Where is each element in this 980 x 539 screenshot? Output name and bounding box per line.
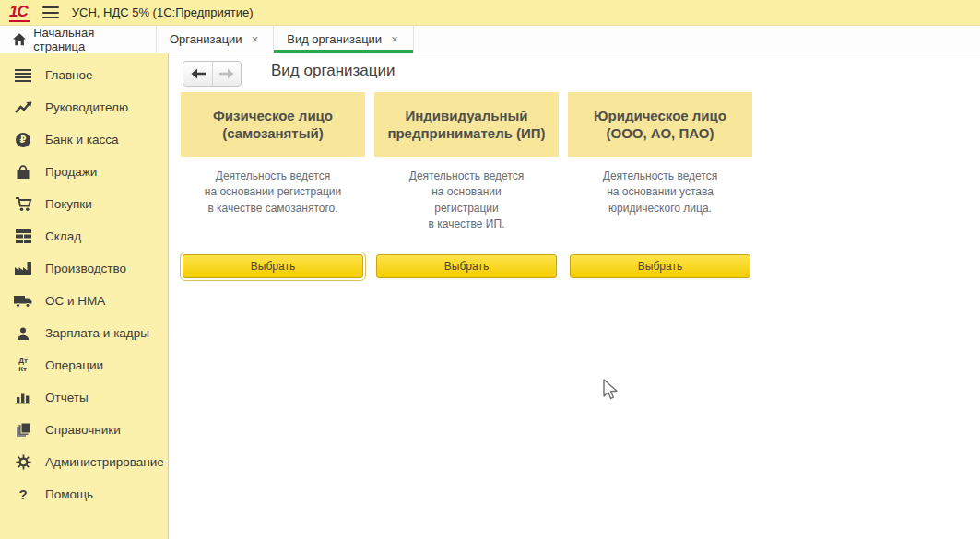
- tab-label: Организации: [170, 32, 242, 46]
- card-legal-entity: Юридическое лицо (ООО, АО, ПАО) Деятельн…: [568, 92, 752, 278]
- sidebar-item-pokupki[interactable]: Покупки: [0, 188, 168, 220]
- close-icon[interactable]: ×: [389, 31, 400, 47]
- sidebar-item-label: Склад: [45, 229, 81, 243]
- organization-kind-cards: Физическое лицо (самозанятый) Деятельнос…: [181, 92, 752, 278]
- close-icon[interactable]: ×: [250, 31, 261, 47]
- sidebar-item-otchety[interactable]: Отчеты: [0, 381, 168, 414]
- factory-icon: [13, 260, 33, 278]
- sidebar-item-label: Производство: [45, 262, 126, 275]
- sidebar-item-label: Администрирование: [45, 455, 164, 469]
- sidebar-item-spravochniki[interactable]: Справочники: [0, 414, 168, 446]
- back-button[interactable]: [183, 62, 212, 86]
- tab-bar: Начальная страница Организации × Вид орг…: [0, 26, 980, 53]
- shopping-bag-icon: [13, 163, 33, 182]
- arrow-left-icon: [191, 68, 206, 79]
- card-individual-self-employed: Физическое лицо (самозанятый) Деятельнос…: [181, 92, 365, 278]
- 1c-logo: 1С: [9, 3, 30, 22]
- sidebar-item-label: Справочники: [45, 423, 121, 437]
- sidebar-item-operacii[interactable]: Дт Кт Операции: [0, 349, 168, 381]
- books-icon: [13, 421, 33, 439]
- sidebar-item-label: Главное: [45, 68, 93, 82]
- ruble-circle-icon: ₽: [13, 131, 33, 149]
- hamburger-menu-icon[interactable]: [42, 6, 59, 18]
- sidebar-item-zarplata-i-kadry[interactable]: Зарплата и кадры: [0, 317, 168, 349]
- card-description: Деятельность ведется на основании регист…: [181, 169, 365, 254]
- sidebar-item-label: Зарплата и кадры: [45, 326, 149, 340]
- sidebar-item-label: Помощь: [45, 487, 93, 501]
- warehouse-grid-icon: [13, 228, 33, 246]
- card-title: Физическое лицо (самозанятый): [181, 92, 365, 157]
- sidebar-item-label: Отчеты: [45, 391, 89, 404]
- home-icon: [13, 33, 26, 46]
- tab-label: Начальная страница: [33, 26, 143, 53]
- dt-kt-icon: Дт Кт: [13, 357, 33, 375]
- tab-organization-kind[interactable]: Вид организации ×: [274, 26, 413, 53]
- shopping-cart-icon: [13, 195, 33, 214]
- card-title: Юридическое лицо (ООО, АО, ПАО): [568, 92, 752, 157]
- sidebar: Главное Руководителю ₽ Банк и касса Прод…: [0, 53, 169, 539]
- tab-home[interactable]: Начальная страница: [0, 26, 157, 53]
- tab-label: Вид организации: [287, 32, 382, 46]
- bar-chart-icon: [13, 389, 33, 407]
- sidebar-item-label: ОС и НМА: [45, 294, 105, 308]
- question-icon: ?: [13, 486, 33, 504]
- sidebar-item-pomosch[interactable]: ? Помощь: [0, 478, 168, 510]
- card-description: Деятельность ведется на основании устава…: [568, 169, 752, 254]
- sidebar-item-proizvodstvo[interactable]: Производство: [0, 252, 168, 285]
- sidebar-item-bank-i-kassa[interactable]: ₽ Банк и касса: [0, 123, 168, 156]
- sidebar-item-glavnoe[interactable]: Главное: [0, 59, 168, 91]
- sidebar-item-label: Покупки: [45, 197, 92, 211]
- sidebar-item-label: Операции: [45, 358, 103, 372]
- select-entrepreneur-button[interactable]: Выбрать: [376, 254, 557, 278]
- arrow-right-icon: [219, 68, 234, 79]
- sidebar-item-label: Банк и касса: [45, 133, 119, 146]
- sidebar-item-label: Продажи: [45, 165, 97, 179]
- sidebar-item-sklad[interactable]: Склад: [0, 220, 168, 252]
- gear-icon: [13, 453, 33, 472]
- select-self-employed-button[interactable]: Выбрать: [183, 254, 363, 278]
- person-icon: [13, 324, 33, 343]
- menu-lines-icon: [13, 66, 33, 85]
- sidebar-item-os-i-nma[interactable]: ОС и НМА: [0, 285, 168, 317]
- app-window: 1С УСН, НДС 5% (1С:Предприятие) Начальна…: [0, 0, 980, 539]
- title-bar: 1С УСН, НДС 5% (1С:Предприятие): [0, 0, 980, 26]
- card-description: Деятельность ведется на основании регист…: [374, 169, 559, 254]
- page-title: Вид организации: [271, 62, 396, 80]
- window-title: УСН, НДС 5% (1С:Предприятие): [72, 6, 254, 19]
- sidebar-item-rukovoditelyu[interactable]: Руководителю: [0, 91, 168, 123]
- sidebar-item-prodazhi[interactable]: Продажи: [0, 156, 168, 188]
- card-individual-entrepreneur: Индивидуальный предприниматель (ИП) Деят…: [374, 92, 559, 278]
- main-content: Вид организации Физическое лицо (самозан…: [170, 53, 980, 539]
- forward-button[interactable]: [212, 62, 241, 86]
- sidebar-item-administrirovanie[interactable]: Администрирование: [0, 446, 168, 478]
- tab-organizations[interactable]: Организации ×: [157, 26, 274, 53]
- trend-up-icon: [13, 99, 33, 117]
- card-title: Индивидуальный предприниматель (ИП): [374, 92, 559, 157]
- history-nav: [183, 61, 242, 87]
- truck-icon: [13, 292, 33, 311]
- sidebar-item-label: Руководителю: [45, 100, 128, 114]
- select-legal-entity-button[interactable]: Выбрать: [570, 254, 750, 278]
